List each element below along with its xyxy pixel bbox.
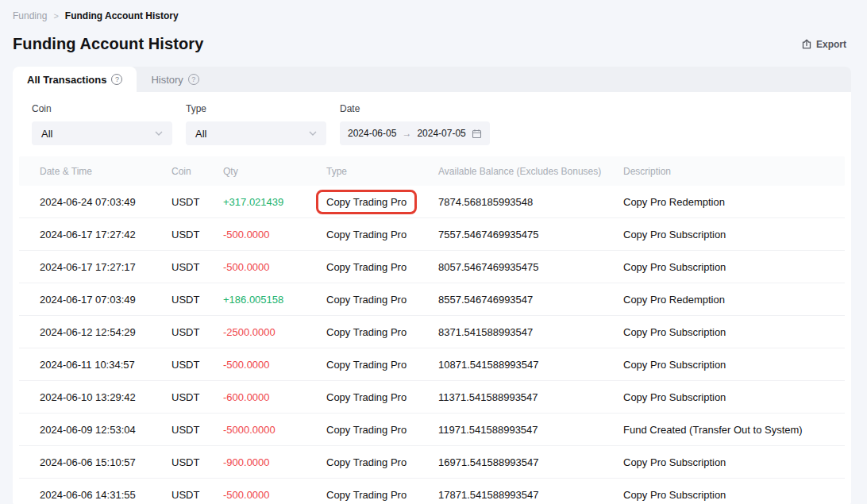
cell-type: Copy Trading Pro xyxy=(326,294,438,306)
cell-coin: USDT xyxy=(171,294,223,306)
cell-qty: -500.0000 xyxy=(223,489,326,501)
cell-type: Copy Trading Pro xyxy=(326,229,438,240)
cell-qty: -5000.0000 xyxy=(223,424,326,436)
cell-balance: 8371.541588993547 xyxy=(438,326,623,338)
cell-description: Copy Pro Subscription xyxy=(623,456,845,468)
cell-balance: 11971.541588993547 xyxy=(438,424,623,436)
date-filter-label: Date xyxy=(340,103,490,114)
cell-qty: -600.0000 xyxy=(223,391,326,403)
transactions-table: Date & TimeCoinQtyTypeAvailable Balance … xyxy=(19,156,845,504)
tab-history[interactable]: History xyxy=(137,67,213,92)
type-value: Copy Trading Pro xyxy=(326,326,407,338)
export-label: Export xyxy=(816,39,846,50)
breadcrumb-separator-icon: > xyxy=(53,11,58,21)
cell-type: Copy Trading Pro xyxy=(326,456,438,468)
cell-balance: 17871.541588993547 xyxy=(438,489,623,501)
column-header: Coin xyxy=(171,166,223,177)
column-header: Type xyxy=(326,166,438,177)
tab-history-label: History xyxy=(151,74,183,86)
cell-qty: +317.021439 xyxy=(223,196,326,208)
cell-description: Copy Pro Subscription xyxy=(623,229,845,240)
export-button[interactable]: Export xyxy=(801,39,846,50)
table-row: 2024-06-12 12:54:29 USDT -2500.0000 Copy… xyxy=(19,316,845,348)
cell-datetime: 2024-06-10 13:29:42 xyxy=(40,391,171,403)
type-value: Copy Trading Pro xyxy=(326,294,407,306)
cell-description: Copy Pro Redemption xyxy=(623,294,845,306)
table-row: 2024-06-06 14:31:55 USDT -500.0000 Copy … xyxy=(19,479,845,504)
cell-description: Copy Pro Subscription xyxy=(623,359,845,371)
coin-filter-label: Coin xyxy=(32,103,172,114)
table-row: 2024-06-17 07:03:49 USDT +186.005158 Cop… xyxy=(19,283,845,316)
cell-balance: 11371.541588993547 xyxy=(438,391,623,403)
cell-description: Copy Pro Subscription xyxy=(623,489,845,501)
type-filter: Type All xyxy=(186,103,326,145)
cell-balance: 16971.541588993547 xyxy=(438,456,623,468)
cell-description: Copy Pro Subscription xyxy=(623,391,845,403)
cell-datetime: 2024-06-06 14:31:55 xyxy=(40,489,171,501)
cell-type: Copy Trading Pro xyxy=(326,326,438,338)
cell-coin: USDT xyxy=(171,359,223,371)
cell-coin: USDT xyxy=(171,489,223,501)
column-header: Available Balance (Excludes Bonuses) xyxy=(438,166,623,177)
table-row: 2024-06-24 07:03:49 USDT +317.021439 Cop… xyxy=(19,186,845,218)
help-icon[interactable] xyxy=(188,74,199,85)
date-end-value: 2024-07-05 xyxy=(417,128,465,139)
content-card: All Transactions History Coin All Type xyxy=(13,67,851,504)
column-header: Date & Time xyxy=(40,166,171,177)
date-start-value: 2024-06-05 xyxy=(348,128,396,139)
table-body: 2024-06-24 07:03:49 USDT +317.021439 Cop… xyxy=(19,186,845,504)
cell-description: Copy Pro Subscription xyxy=(623,261,845,273)
cell-type: Copy Trading Pro xyxy=(326,489,438,501)
cell-datetime: 2024-06-09 12:53:04 xyxy=(40,424,171,436)
table-row: 2024-06-09 12:53:04 USDT -5000.0000 Copy… xyxy=(19,414,845,446)
calendar-icon xyxy=(472,129,482,139)
type-value-highlight-box: Copy Trading Pro xyxy=(316,190,417,214)
tab-all-transactions[interactable]: All Transactions xyxy=(13,67,137,92)
breadcrumb: Funding > Funding Account History xyxy=(13,10,179,21)
cell-type: Copy Trading Pro xyxy=(326,391,438,403)
cell-coin: USDT xyxy=(171,196,223,208)
table-row: 2024-06-10 13:29:42 USDT -600.0000 Copy … xyxy=(19,381,845,414)
cell-coin: USDT xyxy=(171,391,223,403)
type-value: Copy Trading Pro xyxy=(326,456,407,468)
coin-select[interactable]: All xyxy=(32,121,172,145)
type-select[interactable]: All xyxy=(186,121,326,145)
breadcrumb-current: Funding Account History xyxy=(65,10,179,21)
tab-bar: All Transactions History xyxy=(13,67,851,92)
chevron-down-icon xyxy=(309,131,317,136)
cell-balance: 8557.546746993547 xyxy=(438,294,623,306)
card-body: Coin All Type All Date xyxy=(13,92,851,504)
table-row: 2024-06-17 17:27:17 USDT -500.0000 Copy … xyxy=(19,251,845,283)
cell-type: Copy Trading Pro xyxy=(326,190,438,214)
cell-datetime: 2024-06-17 17:27:42 xyxy=(40,229,171,240)
coin-select-value: All xyxy=(41,128,52,140)
table-row: 2024-06-17 17:27:42 USDT -500.0000 Copy … xyxy=(19,218,845,251)
cell-datetime: 2024-06-24 07:03:49 xyxy=(40,196,171,208)
date-range-picker[interactable]: 2024-06-05 → 2024-07-05 xyxy=(340,121,490,145)
cell-qty: -500.0000 xyxy=(223,359,326,371)
date-filter: Date 2024-06-05 → 2024-07-05 xyxy=(340,103,490,145)
breadcrumb-funding-link[interactable]: Funding xyxy=(13,10,47,21)
cell-description: Copy Pro Redemption xyxy=(623,196,845,208)
help-icon[interactable] xyxy=(111,74,122,85)
type-value: Copy Trading Pro xyxy=(326,424,407,436)
cell-qty: -500.0000 xyxy=(223,229,326,240)
cell-balance: 10871.541588993547 xyxy=(438,359,623,371)
type-value: Copy Trading Pro xyxy=(326,359,407,371)
type-value: Copy Trading Pro xyxy=(326,391,407,403)
cell-qty: +186.005158 xyxy=(223,294,326,306)
filters-row: Coin All Type All Date xyxy=(13,92,851,145)
page-title: Funding Account History xyxy=(13,35,203,53)
chevron-down-icon xyxy=(155,131,163,136)
type-value: Copy Trading Pro xyxy=(326,489,407,501)
table-row: 2024-06-06 15:10:57 USDT -900.0000 Copy … xyxy=(19,446,845,479)
table-row: 2024-06-11 10:34:57 USDT -500.0000 Copy … xyxy=(19,348,845,381)
tab-all-transactions-label: All Transactions xyxy=(27,74,106,86)
cell-type: Copy Trading Pro xyxy=(326,424,438,436)
cell-datetime: 2024-06-12 12:54:29 xyxy=(40,326,171,338)
cell-balance: 7874.568185993548 xyxy=(438,196,623,208)
cell-datetime: 2024-06-06 15:10:57 xyxy=(40,456,171,468)
cell-coin: USDT xyxy=(171,326,223,338)
cell-datetime: 2024-06-17 07:03:49 xyxy=(40,294,171,306)
cell-balance: 8057.5467469935475 xyxy=(438,261,623,273)
